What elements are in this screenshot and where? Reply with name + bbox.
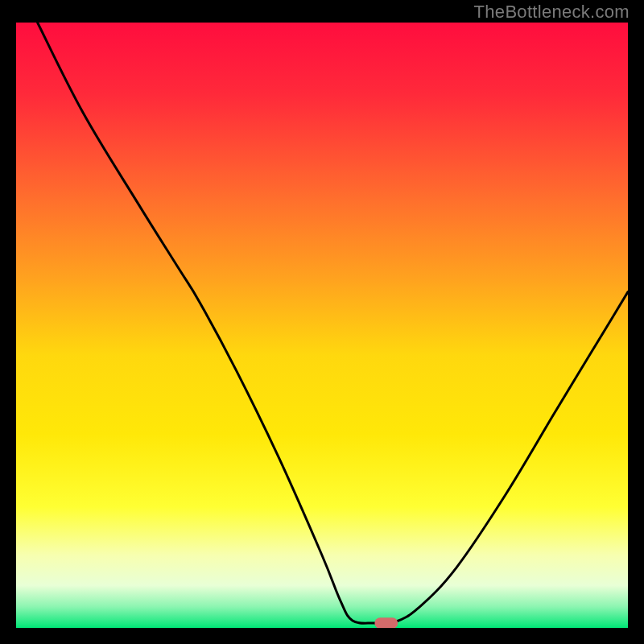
- optimum-marker: [374, 617, 398, 628]
- bottleneck-plot: [16, 23, 628, 628]
- chart-frame: TheBottleneck.com: [0, 0, 644, 644]
- watermark-label: TheBottleneck.com: [474, 2, 630, 23]
- gradient-background: [16, 23, 628, 628]
